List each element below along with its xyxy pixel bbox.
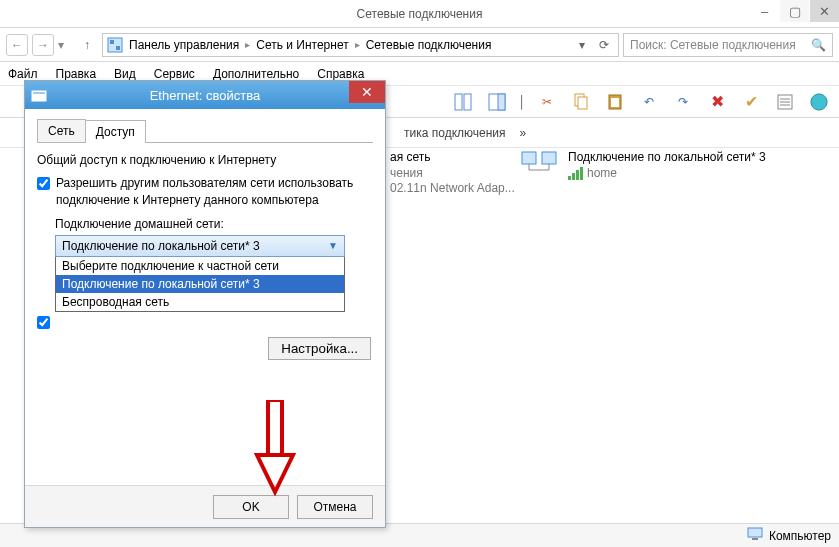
nav-bar: ← → ▾ ↑ Панель управления ▸ Сеть и Интер… <box>0 28 839 62</box>
redo-icon[interactable]: ↷ <box>671 90 695 114</box>
forward-button[interactable]: → <box>32 34 54 56</box>
crumb-2[interactable]: Сетевые подключения <box>362 38 496 52</box>
second-check-row <box>37 314 373 329</box>
conn-line2: чения <box>390 166 515 182</box>
menu-help[interactable]: Справка <box>317 67 364 81</box>
select-option-2[interactable]: Беспроводная сеть <box>56 293 344 311</box>
select-dropdown: Выберите подключение к частной сети Подк… <box>55 257 345 312</box>
conn-line2: home <box>587 166 617 182</box>
window-title: Сетевые подключения <box>357 7 483 21</box>
cancel-button[interactable]: Отмена <box>297 495 373 519</box>
minimize-button[interactable]: – <box>749 0 779 22</box>
paste-icon[interactable] <box>603 90 627 114</box>
svg-rect-2 <box>116 46 120 50</box>
close-button[interactable]: ✕ <box>809 0 839 22</box>
connection-item-lan3[interactable]: Подключение по локальной сети* 3 home <box>520 150 766 182</box>
settings-button[interactable]: Настройка... <box>268 337 371 360</box>
svg-rect-1 <box>110 40 114 44</box>
status-computer-label[interactable]: Компьютер <box>769 529 831 543</box>
home-connection-select[interactable]: Подключение по локальной сети* 3 ▼ Выбер… <box>55 235 345 312</box>
address-bar[interactable]: Панель управления ▸ Сеть и Интернет ▸ Се… <box>102 33 619 57</box>
allow-sharing-label: Разрешить другим пользователям сети испо… <box>56 175 373 209</box>
dialog-close-button[interactable]: ✕ <box>349 81 385 103</box>
svg-rect-3 <box>455 94 462 110</box>
props-icon[interactable] <box>773 90 797 114</box>
copy-icon[interactable] <box>569 90 593 114</box>
home-connection-label: Подключение домашней сети: <box>55 217 373 231</box>
menu-file[interactable]: Файл <box>8 67 38 81</box>
connection-item-wifi[interactable]: ая сеть чения 02.11n Network Adap... <box>390 150 515 197</box>
shell-icon[interactable] <box>807 90 831 114</box>
group-title: Общий доступ к подключению к Интернету <box>37 153 373 167</box>
undo-icon[interactable]: ↶ <box>637 90 661 114</box>
toolbar-divider: │ <box>519 90 525 114</box>
search-icon[interactable]: 🔍 <box>811 38 826 52</box>
menu-edit[interactable]: Правка <box>56 67 97 81</box>
computer-icon <box>747 527 763 544</box>
cmd-overflow[interactable]: » <box>520 126 527 140</box>
menu-tools[interactable]: Сервис <box>154 67 195 81</box>
control-panel-icon <box>107 37 123 53</box>
history-dropdown[interactable]: ▾ <box>58 38 72 52</box>
conn-title: ая сеть <box>390 150 515 166</box>
chevron-down-icon: ▼ <box>328 240 338 251</box>
svg-rect-4 <box>464 94 471 110</box>
crumb-sep: ▸ <box>355 39 360 50</box>
menu-advanced[interactable]: Дополнительно <box>213 67 299 81</box>
crumb-sep: ▸ <box>245 39 250 50</box>
dialog-tabs: Сеть Доступ <box>37 119 373 143</box>
menu-view[interactable]: Вид <box>114 67 136 81</box>
back-button[interactable]: ← <box>6 34 28 56</box>
network-icon <box>520 150 560 182</box>
allow-sharing-row: Разрешить другим пользователям сети испо… <box>37 175 373 209</box>
svg-rect-10 <box>611 98 619 107</box>
preview-icon[interactable] <box>485 90 509 114</box>
conn-line3: 02.11n Network Adap... <box>390 181 515 197</box>
explorer-titlebar: Сетевые подключения – ▢ ✕ <box>0 0 839 28</box>
cmd-diagnostics[interactable]: тика подключения <box>404 126 506 140</box>
tab-sharing[interactable]: Доступ <box>85 120 146 143</box>
dialog-icon <box>31 87 47 103</box>
allow-sharing-checkbox[interactable] <box>37 177 50 190</box>
svg-rect-15 <box>522 152 536 164</box>
search-input[interactable]: Поиск: Сетевые подключения 🔍 <box>623 33 833 57</box>
ethernet-properties-dialog: Ethernet: свойства ✕ Сеть Доступ Общий д… <box>24 80 386 528</box>
addr-dropdown-icon[interactable]: ▾ <box>572 35 592 55</box>
select-value: Подключение по локальной сети* 3 <box>62 239 260 253</box>
svg-rect-16 <box>542 152 556 164</box>
cut-icon[interactable]: ✂ <box>535 90 559 114</box>
svg-rect-6 <box>498 94 505 110</box>
check-icon[interactable]: ✔ <box>739 90 763 114</box>
search-placeholder: Поиск: Сетевые подключения <box>630 38 807 52</box>
conn-title: Подключение по локальной сети* 3 <box>568 150 766 166</box>
up-button[interactable]: ↑ <box>76 34 98 56</box>
svg-rect-21 <box>752 538 758 540</box>
select-option-1[interactable]: Подключение по локальной сети* 3 <box>56 275 344 293</box>
allow-control-checkbox[interactable] <box>37 316 50 329</box>
crumb-0[interactable]: Панель управления <box>125 38 243 52</box>
dialog-title: Ethernet: свойства <box>150 88 261 103</box>
layout-icon[interactable] <box>451 90 475 114</box>
select-option-0[interactable]: Выберите подключение к частной сети <box>56 257 344 275</box>
crumb-1[interactable]: Сеть и Интернет <box>252 38 352 52</box>
signal-icon <box>568 167 583 180</box>
window-controls: – ▢ ✕ <box>749 0 839 22</box>
maximize-button[interactable]: ▢ <box>779 0 809 22</box>
delete-icon[interactable]: ✖ <box>705 90 729 114</box>
svg-rect-8 <box>578 97 587 109</box>
dialog-titlebar[interactable]: Ethernet: свойства ✕ <box>25 81 385 109</box>
dialog-footer: OK Отмена <box>25 485 385 527</box>
tab-network[interactable]: Сеть <box>37 119 86 142</box>
refresh-icon[interactable]: ⟳ <box>594 35 614 55</box>
ok-button[interactable]: OK <box>213 495 289 519</box>
svg-rect-20 <box>748 528 762 537</box>
